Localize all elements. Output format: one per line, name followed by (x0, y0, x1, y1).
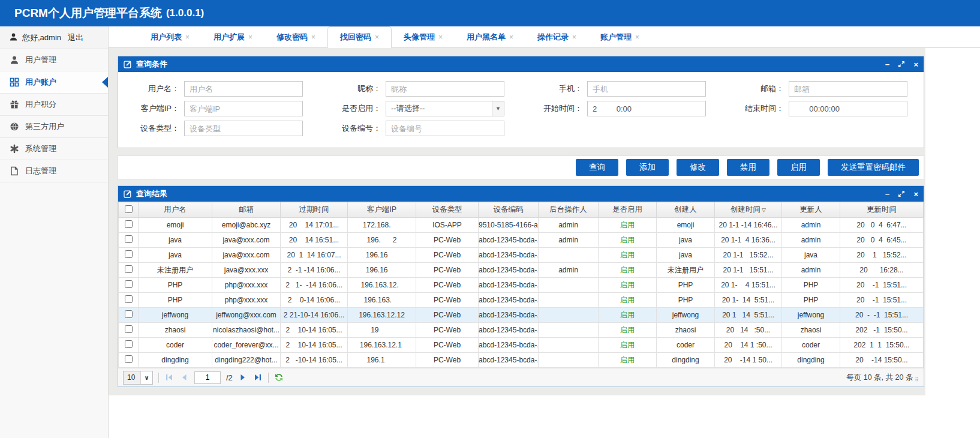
cell-username: zhaosi (139, 323, 212, 338)
select-all-checkbox[interactable] (125, 205, 133, 213)
table-row[interactable]: codercoder_forever@xx...2 10-14 16:05...… (119, 338, 924, 353)
send-reset-password-email-button[interactable]: 发送重置密码邮件 (828, 159, 919, 176)
sidebar-item-user-account[interactable]: 用户账户 (0, 71, 108, 94)
cell-creator: 未注册用户 (657, 263, 715, 278)
column-header-9[interactable]: 创建人 (657, 202, 715, 218)
tab-用户黑名单[interactable]: 用户黑名单 × (455, 26, 525, 47)
refresh-icon[interactable] (274, 373, 284, 382)
end-time-field[interactable] (789, 101, 907, 116)
table-row[interactable]: emojiemoji@abc.xyz20 14 17:01...172.168.… (119, 218, 924, 233)
tab-头像管理[interactable]: 头像管理 × (392, 26, 455, 47)
tab-close-icon[interactable]: × (375, 33, 379, 41)
tab-close-icon[interactable]: × (572, 33, 576, 41)
cell-client-ip: 196.16 (348, 263, 416, 278)
row-checkbox[interactable] (125, 235, 133, 243)
tab-修改密码[interactable]: 修改密码 × (264, 26, 327, 47)
row-checkbox-cell (119, 353, 139, 368)
row-checkbox[interactable] (125, 310, 133, 318)
row-checkbox[interactable] (125, 355, 133, 363)
search-button[interactable]: 查询 (576, 159, 618, 176)
edit-button[interactable]: 修改 (677, 159, 719, 176)
add-button[interactable]: 添加 (626, 159, 669, 176)
table-row[interactable]: dingdingdingding222@hot...2 -10-14 16:05… (119, 353, 924, 368)
client-ip-field[interactable] (184, 101, 303, 116)
last-page-button[interactable] (253, 373, 263, 382)
phone-field[interactable] (587, 81, 706, 97)
cell-client-ip: 172.168. (348, 218, 416, 233)
row-checkbox[interactable] (125, 295, 133, 303)
expand-icon[interactable] (898, 61, 905, 68)
column-header-12[interactable]: 更新时间 (840, 202, 924, 218)
column-header-10[interactable]: 创建时间▽ (715, 202, 782, 218)
tab-账户管理[interactable]: 账户管理 × (588, 26, 651, 47)
tab-找回密码[interactable]: 找回密码 × (327, 26, 392, 48)
page-size-select[interactable]: 10 ∨ (123, 371, 153, 385)
row-checkbox[interactable] (125, 250, 133, 258)
prev-page-button[interactable] (179, 373, 189, 382)
username-field[interactable] (184, 81, 303, 97)
column-header-7[interactable]: 后台操作人 (539, 202, 599, 218)
cell-expire-time: 20 14 17:01... (281, 218, 348, 233)
tab-操作记录[interactable]: 操作记录 × (525, 26, 588, 47)
row-checkbox[interactable] (125, 340, 133, 348)
device-no-field[interactable] (386, 121, 504, 136)
table-row[interactable]: 未注册用户java@xxx.xxx2 -1 -14 16:06...196.16… (119, 263, 924, 278)
sidebar-item-user-mgmt[interactable]: 用户管理 (0, 49, 108, 71)
email-field[interactable] (789, 81, 907, 97)
column-header-6[interactable]: 设备编码 (479, 202, 539, 218)
table-row[interactable]: PHPphp@xxx.xxx2 1- -14 16:06...196.163.1… (119, 278, 924, 293)
sidebar-item-third-party[interactable]: 第三方用户 (0, 116, 108, 138)
minimize-icon[interactable]: − (885, 190, 890, 198)
active-arrow-icon (102, 77, 108, 88)
column-header-1[interactable]: 用户名 (139, 202, 212, 218)
column-header-4[interactable]: 客户端IP (348, 202, 416, 218)
minimize-icon[interactable]: − (885, 61, 890, 68)
table-row[interactable]: zhaosinicolaszhaosi@hot...2 10-14 16:05.… (119, 323, 924, 338)
table-row[interactable]: PHPphp@xxx.xxx2 0-14 16:06...196.163. PC… (119, 293, 924, 308)
enable-button[interactable]: 启用 (777, 159, 820, 176)
field-label: 邮箱： (723, 83, 789, 94)
sidebar-item-user-points[interactable]: 用户积分 (0, 94, 108, 116)
row-checkbox[interactable] (125, 280, 133, 288)
resize-grip[interactable]: ⠿ (915, 377, 919, 383)
tab-close-icon[interactable]: × (311, 33, 315, 41)
cell-device-code: abcd-12345-bcda-... (479, 263, 539, 278)
column-header-5[interactable]: 设备类型 (416, 202, 479, 218)
start-time-field[interactable] (587, 101, 706, 116)
column-header-11[interactable]: 更新人 (782, 202, 840, 218)
select-all-header[interactable] (119, 202, 139, 218)
tab-close-icon[interactable]: × (438, 33, 443, 41)
row-checkbox[interactable] (125, 325, 133, 333)
first-page-button[interactable] (164, 373, 174, 382)
disable-button[interactable]: 禁用 (727, 159, 769, 176)
close-icon[interactable]: × (913, 190, 918, 198)
expand-icon[interactable] (898, 190, 905, 197)
device-type-field[interactable] (184, 121, 303, 136)
cell-expire-time: 2 1- -14 16:06... (281, 278, 348, 293)
row-checkbox[interactable] (125, 265, 133, 273)
tab-用户列表[interactable]: 用户列表 × (139, 26, 202, 47)
tab-用户扩展[interactable]: 用户扩展 × (202, 26, 264, 47)
sidebar-item-log-mgmt[interactable]: 日志管理 (0, 160, 108, 182)
table-row[interactable]: javajava@xxx.com20 1 14 16:07...196.16 P… (119, 248, 924, 263)
page-number-input[interactable] (194, 371, 221, 384)
nickname-field[interactable] (386, 81, 504, 97)
column-header-3[interactable]: 过期时间 (281, 202, 348, 218)
sidebar-item-system-mgmt[interactable]: 系统管理 (0, 138, 108, 160)
sidebar-item-label: 日志管理 (25, 166, 56, 176)
logout-link[interactable]: 退出 (68, 32, 83, 43)
row-checkbox[interactable] (125, 220, 133, 228)
table-row[interactable]: javajava@xxx.com20 14 16:51...196. 2PC-W… (119, 233, 924, 248)
close-icon[interactable]: × (913, 61, 918, 68)
field-label: 昵称： (320, 83, 386, 94)
tab-close-icon[interactable]: × (509, 33, 513, 41)
column-header-2[interactable]: 邮箱 (212, 202, 281, 218)
next-page-button[interactable] (238, 373, 248, 382)
tab-close-icon[interactable]: × (185, 33, 190, 41)
cell-client-ip: 196.163. (348, 293, 416, 308)
table-row[interactable]: jeffwongjeffwong@xxx.com2 21-10-14 16:06… (119, 308, 924, 323)
enabled-select[interactable]: --请选择-- ▼ (386, 101, 504, 116)
tab-close-icon[interactable]: × (248, 33, 252, 41)
column-header-8[interactable]: 是否启用 (599, 202, 657, 218)
tab-close-icon[interactable]: × (635, 33, 639, 41)
